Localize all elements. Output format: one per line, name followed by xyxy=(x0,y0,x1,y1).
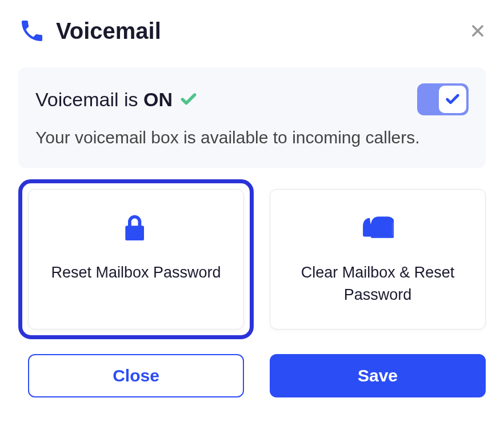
header-title-group: Voicemail xyxy=(18,17,161,45)
card-wrapper: Clear Mailbox & Reset Password xyxy=(270,179,486,339)
svg-rect-3 xyxy=(379,224,391,227)
mailbox-icon xyxy=(362,212,394,244)
voicemail-status-label: Voicemail is ON xyxy=(35,89,173,111)
status-prefix: Voicemail is xyxy=(35,89,143,110)
modal-header: Voicemail xyxy=(18,17,486,45)
clear-reset-label: Clear Mailbox & Reset Password xyxy=(284,262,471,306)
lock-icon xyxy=(120,212,152,244)
selected-card-highlight: Reset Mailbox Password xyxy=(18,179,254,339)
checkmark-icon xyxy=(179,90,198,109)
action-cards-row: Reset Mailbox Password Clear Mailbox & R… xyxy=(18,179,486,339)
modal-title: Voicemail xyxy=(56,18,161,44)
voicemail-status-panel: Voicemail is ON Your voicemail box is av… xyxy=(18,67,486,168)
reset-password-card[interactable]: Reset Mailbox Password xyxy=(28,189,244,330)
check-icon xyxy=(445,91,461,107)
status-text-group: Voicemail is ON xyxy=(35,89,198,111)
clear-reset-card[interactable]: Clear Mailbox & Reset Password xyxy=(270,189,486,330)
voicemail-toggle[interactable] xyxy=(417,83,469,115)
svg-rect-2 xyxy=(363,224,372,236)
save-button[interactable]: Save xyxy=(270,354,486,397)
status-state: ON xyxy=(143,89,173,110)
phone-icon xyxy=(18,17,46,45)
reset-password-label: Reset Mailbox Password xyxy=(51,262,221,284)
status-row: Voicemail is ON xyxy=(35,83,469,115)
close-icon[interactable] xyxy=(470,23,486,39)
toggle-knob xyxy=(439,86,466,113)
close-button[interactable]: Close xyxy=(28,354,244,397)
footer-buttons: Close Save xyxy=(18,354,486,397)
voicemail-status-description: Your voicemail box is available to incom… xyxy=(35,126,469,150)
